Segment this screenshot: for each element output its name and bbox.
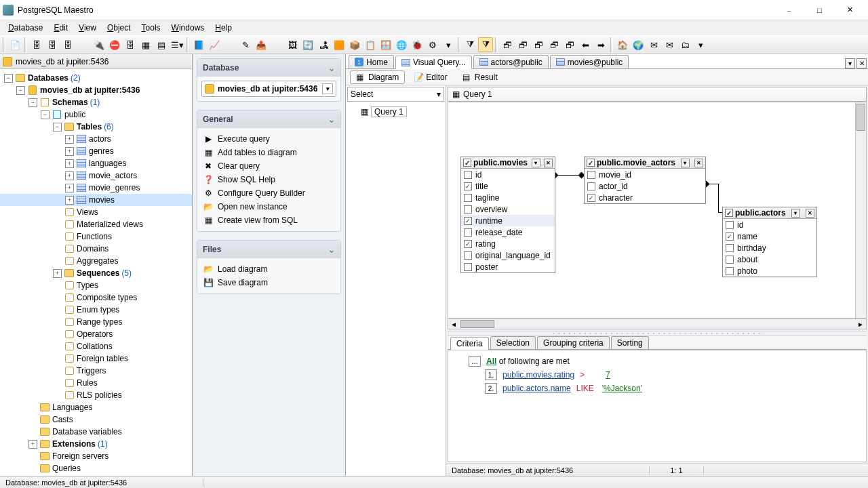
tool-back-icon[interactable]: ⬅ [578, 37, 593, 52]
tool-image-icon[interactable]: 🏞 [316, 37, 331, 52]
column-checkbox[interactable] [464, 205, 472, 214]
criteria-root[interactable]: … All of following are met [452, 354, 862, 368]
tool-windows3-icon[interactable]: 🗗 [531, 37, 546, 52]
tool-db-icon[interactable]: 🗄 [123, 37, 138, 52]
tool-dd-icon[interactable]: ▾ [441, 37, 456, 52]
tool-web-icon[interactable]: 🌐 [394, 37, 409, 52]
table-actors[interactable]: +actors [0, 133, 192, 145]
tab-grouping[interactable]: Grouping criteria [537, 336, 610, 349]
tool-grid-icon[interactable]: ▤ [154, 37, 169, 52]
node-schemas[interactable]: −Schemas(1) [0, 96, 192, 108]
column-checkbox[interactable]: ✓ [464, 240, 472, 248]
node-sequences[interactable]: +Sequences(5) [0, 267, 192, 279]
tool-dd2-icon[interactable]: ▾ [693, 37, 708, 52]
column-checkbox[interactable] [726, 267, 734, 275]
tool-fwd-icon[interactable]: ➡ [593, 37, 608, 52]
column-checkbox[interactable]: ✓ [464, 182, 472, 190]
diagram-canvas[interactable]: ✓public.movies▾✕ id✓titletaglineoverview… [448, 102, 867, 319]
tool-table-icon[interactable]: ▦ [138, 37, 153, 52]
tool-disconnect-icon[interactable]: ⛔ [107, 37, 122, 52]
select-all-checkbox[interactable]: ✓ [587, 159, 595, 167]
column-checkbox[interactable] [587, 171, 595, 179]
menu-windows[interactable]: Windows [166, 22, 210, 34]
column-about[interactable]: about [723, 253, 816, 265]
action-save-diagram[interactable]: 💾Save diagram [201, 276, 336, 289]
tool-funnel-icon[interactable]: ⧩ [462, 37, 477, 52]
tool-mail-icon[interactable]: ✉ [646, 37, 661, 52]
collapse-icon[interactable]: ⌃ [328, 245, 335, 254]
close-icon[interactable]: ✕ [544, 159, 553, 167]
action-create-view-from-sql[interactable]: ▦Create view from SQL [201, 214, 336, 227]
criteria-row[interactable]: 1.public.movies.rating>7 [452, 368, 862, 382]
tool-chart-icon[interactable]: 📈 [207, 37, 222, 52]
menu-database[interactable]: Database [3, 22, 48, 34]
select-all-checkbox[interactable]: ✓ [463, 159, 471, 167]
tool-home-icon[interactable]: 🏠 [615, 37, 630, 52]
doc-tab-2[interactable]: actors@public [473, 55, 549, 68]
close-button[interactable]: ✕ [835, 1, 865, 20]
column-checkbox[interactable] [464, 194, 472, 202]
tool-db-remove-icon[interactable]: 🗄 [45, 37, 60, 52]
menu-tools[interactable]: Tools [136, 22, 166, 34]
column-id[interactable]: id [461, 169, 555, 180]
tab-selection[interactable]: Selection [490, 336, 536, 349]
column-title[interactable]: ✓title [461, 180, 555, 192]
select-combo[interactable]: Select▾ [347, 87, 444, 102]
column-checkbox[interactable]: ✓ [726, 232, 734, 241]
menu-help[interactable]: Help [210, 22, 237, 34]
table-genres[interactable]: +genres [0, 145, 192, 157]
select-all-checkbox[interactable]: ✓ [725, 209, 733, 217]
column-checkbox[interactable] [726, 221, 734, 229]
tab-criteria[interactable]: Criteria [450, 337, 489, 350]
column-overview[interactable]: overview [461, 203, 555, 215]
node-views[interactable]: Views [0, 206, 192, 218]
tool-mail2-icon[interactable]: ✉ [662, 37, 677, 52]
column-name[interactable]: ✓name [723, 230, 816, 242]
column-checkbox[interactable] [464, 171, 472, 179]
tool-win-icon[interactable]: 🪟 [378, 37, 393, 52]
tab-close-button[interactable]: ✕ [856, 58, 867, 68]
tool-box-icon[interactable]: 📦 [347, 37, 362, 52]
collapse-icon[interactable]: ⌃ [328, 63, 335, 73]
action-load-diagram[interactable]: 📂Load diagram [201, 262, 336, 276]
node-public[interactable]: −public [0, 108, 192, 121]
doc-tab-3[interactable]: movies@public [550, 55, 629, 68]
vertical-scrollbar[interactable] [855, 102, 866, 318]
action-clear-query[interactable]: ✖Clear query [201, 159, 336, 173]
node-database-variables[interactable]: Database variables [0, 426, 192, 438]
tool-copy-icon[interactable]: 📋 [363, 37, 378, 52]
column-checkbox[interactable] [726, 256, 734, 264]
node-foreign-tables[interactable]: Foreign tables [0, 352, 192, 365]
table-movie_genres[interactable]: +movie_genres [0, 182, 192, 194]
table-movie_actors[interactable]: +movie_actors [0, 169, 192, 182]
node-range-types[interactable]: Range types [0, 316, 192, 328]
tool-edit-icon[interactable]: ✎ [238, 37, 253, 52]
close-icon[interactable]: ✕ [806, 209, 814, 218]
viewtab-result[interactable]: ▤Result [456, 70, 504, 84]
column-photo[interactable]: photo [723, 265, 816, 277]
tool-windows5-icon[interactable]: 🗗 [562, 37, 577, 52]
table-box-movie-actors[interactable]: ✓public.movie_actors▾✕ movie_idactor_id✓… [584, 157, 706, 204]
node-aggregates[interactable]: Aggregates [0, 255, 192, 267]
node-composite-types[interactable]: Composite types [0, 291, 192, 304]
column-checkbox[interactable] [464, 228, 472, 237]
node-collations[interactable]: Collations [0, 340, 192, 352]
column-checkbox[interactable] [464, 263, 472, 271]
tool-db-add-icon[interactable]: 🗄 [29, 37, 44, 52]
tool-funnel-active-icon[interactable]: ⧩ [478, 37, 493, 52]
node-tables[interactable]: −Tables(6) [0, 121, 192, 133]
tool-cube-icon[interactable]: 🟧 [332, 37, 347, 52]
criteria-row[interactable]: 2.public.actors.nameLIKE'%Jackson' [452, 382, 862, 395]
tool-db-edit-icon[interactable]: 🗄 [60, 37, 75, 52]
column-checkbox[interactable]: ✓ [464, 217, 472, 225]
node-enum-types[interactable]: Enum types [0, 304, 192, 316]
object-tree[interactable]: −Databases(2) −movies_db at jupiter:5436… [0, 69, 192, 476]
splitter[interactable]: • • • • • • • • • • • • • • • • • • • • … [448, 331, 867, 336]
tool-bug-icon[interactable]: 🐞 [410, 37, 425, 52]
maximize-button[interactable]: □ [804, 1, 835, 20]
chevron-down-icon[interactable]: ▾ [437, 89, 441, 99]
action-open-new-instance[interactable]: 📂Open new instance [201, 200, 336, 214]
node-extensions[interactable]: +Extensions(1) [0, 438, 192, 450]
tool-refresh-icon[interactable]: 🔄 [300, 37, 315, 52]
node-materialized-views[interactable]: Materialized views [0, 218, 192, 230]
